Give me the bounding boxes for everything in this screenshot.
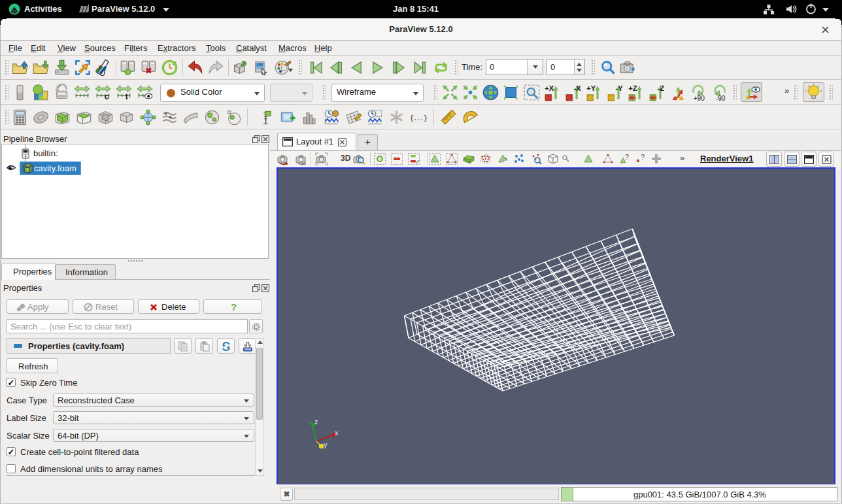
svg-text:z: z (314, 418, 318, 426)
svg-text:+Y: +Y (586, 84, 596, 92)
svg-text:y: y (324, 441, 328, 448)
svg-text:{...}: {...} (411, 114, 428, 123)
svg-text:c: c (105, 92, 109, 101)
svg-text:-90: -90 (716, 95, 726, 101)
svg-text:?: ? (625, 153, 629, 161)
svg-text:-X: -X (574, 84, 582, 92)
svg-text:x: x (335, 429, 339, 437)
svg-text:-Y: -Y (616, 84, 624, 92)
svg-text:t: t (126, 92, 128, 101)
svg-text:-Z: -Z (658, 84, 665, 92)
svg-text:+X: +X (545, 84, 554, 92)
svg-text:?: ? (641, 153, 645, 161)
svg-text:+90: +90 (694, 95, 705, 101)
svg-text:+Z: +Z (628, 84, 637, 92)
